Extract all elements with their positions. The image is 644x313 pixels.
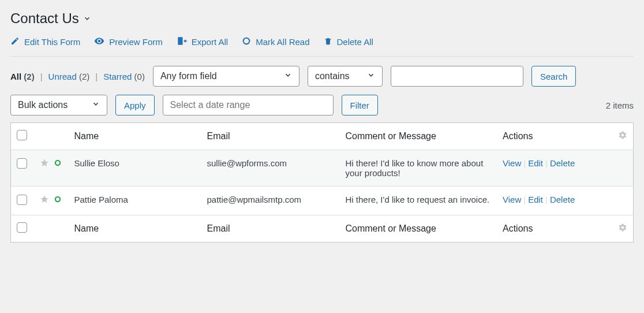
mark-all-read-label: Mark All Read [256, 37, 309, 47]
col-comment-footer[interactable]: Comment or Message [340, 215, 497, 243]
gear-icon[interactable] [618, 224, 627, 234]
eye-icon [94, 36, 104, 48]
filter-all[interactable]: All (2) [10, 72, 35, 81]
field-select-value: Any form field [160, 71, 217, 81]
select-all-checkbox[interactable] [17, 130, 27, 140]
gear-icon[interactable] [618, 132, 627, 141]
delete-all-link[interactable]: Delete All [324, 36, 373, 48]
delete-link[interactable]: Delete [550, 195, 575, 204]
filter-unread-count: (2) [79, 72, 89, 81]
col-actions: Actions [497, 123, 612, 150]
svg-point-1 [55, 161, 59, 165]
circle-icon [242, 36, 251, 47]
entry-name: Pattie Paloma [69, 187, 201, 215]
entries-table: Name Email Comment or Message Actions Su… [10, 122, 634, 243]
col-email-footer[interactable]: Email [201, 215, 340, 243]
entry-comment: Hi there! I'd like to know more about yo… [340, 150, 497, 187]
table-row: Sullie Eloso sullie@wpforms.com Hi there… [11, 150, 634, 187]
pencil-icon [10, 36, 20, 47]
filter-starred-label: Starred [103, 72, 132, 81]
bulk-actions-select[interactable]: Bulk actions [10, 95, 107, 115]
export-all-label: Export All [192, 37, 228, 47]
entry-comment: Hi there, I'd like to request an invoice… [340, 187, 497, 215]
delete-link[interactable]: Delete [550, 158, 575, 168]
delete-all-label: Delete All [337, 37, 373, 47]
date-range-input[interactable] [163, 95, 334, 115]
chevron-down-icon [284, 71, 292, 81]
row-checkbox[interactable] [17, 195, 27, 205]
entry-name: Sullie Eloso [69, 150, 201, 187]
filter-starred-count: (0) [134, 72, 145, 81]
edit-form-label: Edit This Form [24, 37, 80, 47]
separator: | [40, 72, 43, 81]
star-icon[interactable] [40, 195, 49, 206]
separator: | [95, 72, 98, 81]
filter-unread-label: Unread [48, 72, 77, 81]
filter-starred[interactable]: Starred (0) [103, 72, 145, 81]
export-icon [177, 36, 187, 48]
filter-all-label: All [10, 72, 21, 81]
entry-email: sullie@wpforms.com [201, 150, 340, 187]
edit-link[interactable]: Edit [528, 195, 543, 204]
edit-form-link[interactable]: Edit This Form [10, 36, 80, 48]
svg-point-2 [55, 197, 59, 202]
bulk-actions-value: Bulk actions [18, 100, 68, 110]
form-switcher-chevron-icon[interactable] [83, 14, 92, 23]
items-count: 2 items [606, 100, 634, 110]
page-title: Contact Us [10, 10, 79, 27]
preview-form-label: Preview Form [109, 37, 163, 47]
export-all-link[interactable]: Export All [177, 36, 228, 48]
col-name-footer[interactable]: Name [69, 215, 201, 243]
search-button[interactable]: Search [531, 66, 576, 87]
unread-indicator-icon[interactable] [54, 195, 62, 205]
apply-button[interactable]: Apply [115, 95, 155, 115]
trash-icon [324, 37, 332, 47]
select-all-checkbox-footer[interactable] [17, 222, 27, 233]
col-name[interactable]: Name [69, 123, 201, 150]
search-input[interactable] [391, 66, 523, 87]
col-comment[interactable]: Comment or Message [340, 123, 497, 150]
condition-select[interactable]: contains [308, 66, 383, 87]
star-icon[interactable] [40, 158, 49, 169]
condition-value: contains [315, 71, 350, 81]
table-row: Pattie Paloma pattie@wpmailsmtp.com Hi t… [11, 187, 634, 215]
col-email[interactable]: Email [201, 123, 340, 150]
field-select[interactable]: Any form field [153, 66, 299, 87]
preview-form-link[interactable]: Preview Form [94, 36, 163, 48]
entry-email: pattie@wpmailsmtp.com [201, 187, 340, 215]
row-checkbox[interactable] [17, 158, 27, 169]
view-link[interactable]: View [503, 158, 521, 168]
col-actions-footer: Actions [497, 215, 612, 243]
status-filters: All (2) | Unread (2) | Starred (0) [10, 72, 145, 81]
svg-point-0 [244, 38, 250, 44]
chevron-down-icon [367, 71, 375, 81]
mark-all-read-link[interactable]: Mark All Read [242, 36, 309, 48]
filter-button[interactable]: Filter [342, 95, 378, 115]
chevron-down-icon [92, 100, 100, 110]
edit-link[interactable]: Edit [528, 158, 543, 168]
view-link[interactable]: View [503, 195, 521, 204]
filter-unread[interactable]: Unread (2) [48, 72, 90, 81]
filter-all-count: (2) [24, 72, 34, 81]
unread-indicator-icon[interactable] [54, 159, 62, 169]
